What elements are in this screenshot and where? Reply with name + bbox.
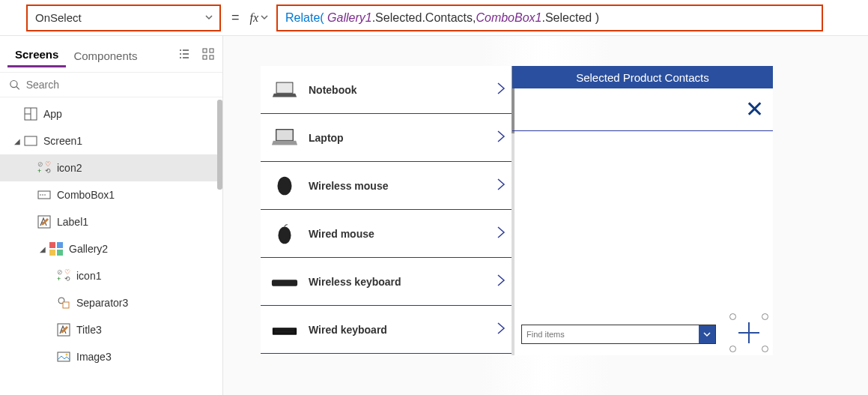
svg-rect-26 bbox=[273, 328, 297, 335]
svg-rect-2 bbox=[203, 55, 207, 59]
product-thumb-wired-mouse bbox=[268, 217, 301, 250]
tree-item-label1[interactable]: Label1 bbox=[0, 208, 222, 235]
product-name: Wired mouse bbox=[309, 228, 374, 240]
property-name: OnSelect bbox=[35, 11, 82, 24]
search-icon bbox=[9, 79, 20, 91]
product-name: Wired keyboard bbox=[309, 324, 387, 336]
contacts-header: Selected Product Contacts bbox=[512, 66, 773, 88]
separator-icon bbox=[57, 296, 70, 310]
product-name: Wireless mouse bbox=[309, 180, 388, 192]
gallery-icon bbox=[49, 242, 63, 256]
gallery-item[interactable]: Wireless keyboard bbox=[261, 258, 512, 306]
combobox-dropdown-button[interactable] bbox=[699, 325, 715, 343]
product-thumb-wireless-mouse bbox=[268, 169, 301, 202]
svg-rect-0 bbox=[203, 49, 207, 52]
resize-handle[interactable] bbox=[762, 313, 768, 320]
tree-view-panel: Screens Components App ◢ bbox=[0, 36, 223, 395]
gallery-item[interactable]: Wireless mouse bbox=[261, 162, 512, 210]
chevron-right-icon[interactable] bbox=[496, 177, 506, 195]
chevron-down-icon bbox=[260, 11, 269, 25]
tab-screens[interactable]: Screens bbox=[7, 43, 66, 67]
tree-item-app[interactable]: App bbox=[0, 100, 222, 127]
resize-handle[interactable] bbox=[762, 346, 768, 352]
add-icon-selected[interactable] bbox=[732, 316, 765, 349]
product-thumb-wireless-keyboard bbox=[268, 265, 301, 298]
separator bbox=[512, 130, 773, 131]
grid-view-icon[interactable] bbox=[201, 47, 215, 64]
svg-point-13 bbox=[44, 194, 46, 196]
tree-item-separator3[interactable]: Separator3 bbox=[0, 289, 222, 316]
formula-bar: OnSelect = fx Relate( Gallery1 .Selected… bbox=[0, 0, 868, 36]
tree-item-combobox1[interactable]: ComboBox1 bbox=[0, 181, 222, 208]
formula-token: ComboBox1 bbox=[476, 11, 541, 25]
search-input[interactable] bbox=[26, 79, 213, 91]
product-thumb-wired-keyboard bbox=[268, 313, 301, 346]
screen-icon bbox=[24, 134, 37, 148]
collapse-icon[interactable]: ◢ bbox=[37, 245, 48, 253]
gallery-item[interactable]: Notebook bbox=[261, 66, 512, 114]
chevron-down-icon bbox=[204, 11, 213, 24]
canvas-area[interactable]: Notebook Laptop Wireless mouse Wired mou… bbox=[223, 36, 868, 395]
tree-item-image3[interactable]: Image3 bbox=[0, 343, 222, 370]
tree-item-icon1[interactable]: ⊘♡+⟲ icon1 bbox=[0, 262, 222, 289]
list-view-icon[interactable] bbox=[177, 47, 191, 64]
collapse-icon[interactable]: ◢ bbox=[12, 137, 22, 145]
product-name: Laptop bbox=[309, 132, 344, 144]
formula-input[interactable]: Relate( Gallery1 .Selected.Contacts, Com… bbox=[276, 4, 823, 31]
formula-token: Gallery1 bbox=[327, 11, 372, 25]
chevron-right-icon[interactable] bbox=[496, 81, 506, 99]
grouped-icon: ⊘♡+⟲ bbox=[37, 161, 51, 175]
chevron-right-icon[interactable] bbox=[496, 273, 506, 291]
svg-rect-23 bbox=[277, 130, 293, 139]
tree-item-icon2[interactable]: ⊘♡+⟲ icon2 bbox=[0, 154, 222, 181]
tree-item-screen1[interactable]: ◢ Screen1 bbox=[0, 127, 222, 154]
svg-point-19 bbox=[66, 354, 68, 356]
property-selector[interactable]: OnSelect bbox=[26, 4, 221, 31]
control-tree: App ◢ Screen1 ⊘♡+⟲ icon2 ComboBox1 Label… bbox=[0, 97, 222, 395]
formula-token: .Selected ) bbox=[541, 11, 598, 25]
product-name: Wireless keyboard bbox=[309, 276, 401, 288]
svg-point-25 bbox=[278, 226, 291, 244]
app-preview: Notebook Laptop Wireless mouse Wired mou… bbox=[261, 66, 773, 355]
label-icon bbox=[57, 323, 70, 337]
label-icon bbox=[37, 215, 51, 229]
product-gallery[interactable]: Notebook Laptop Wireless mouse Wired mou… bbox=[261, 66, 512, 355]
resize-handle[interactable] bbox=[729, 346, 736, 352]
chevron-right-icon[interactable] bbox=[496, 321, 506, 339]
tree-item-title3[interactable]: Title3 bbox=[0, 316, 222, 343]
gallery-item[interactable]: Wired keyboard bbox=[261, 306, 512, 354]
grouped-icon: ⊘♡+⟲ bbox=[57, 269, 70, 283]
app-icon bbox=[24, 107, 37, 121]
panel-tabs: Screens Components bbox=[0, 36, 222, 67]
tab-components[interactable]: Components bbox=[66, 45, 145, 67]
product-name: Notebook bbox=[309, 84, 357, 96]
resize-handle[interactable] bbox=[729, 313, 736, 320]
scrollbar-thumb[interactable] bbox=[217, 100, 222, 190]
contacts-body: ✕ bbox=[512, 88, 773, 355]
formula-token: Relate( bbox=[285, 11, 327, 25]
svg-rect-18 bbox=[58, 352, 70, 361]
svg-rect-1 bbox=[210, 49, 213, 52]
svg-rect-21 bbox=[277, 82, 293, 92]
svg-point-24 bbox=[278, 176, 292, 195]
svg-rect-16 bbox=[63, 302, 69, 308]
svg-line-5 bbox=[16, 87, 19, 90]
tree-search[interactable] bbox=[0, 72, 222, 97]
product-thumb-notebook bbox=[268, 73, 301, 106]
gallery-item[interactable]: Laptop bbox=[261, 114, 512, 162]
combobox-find-items[interactable] bbox=[521, 325, 716, 344]
chevron-right-icon[interactable] bbox=[496, 225, 506, 243]
svg-point-12 bbox=[42, 194, 43, 196]
close-icon[interactable]: ✕ bbox=[745, 96, 764, 122]
combobox-input[interactable] bbox=[522, 330, 699, 339]
svg-point-11 bbox=[40, 194, 41, 196]
svg-rect-3 bbox=[210, 55, 213, 59]
combobox-icon bbox=[37, 188, 51, 202]
equals-sign: = bbox=[231, 10, 240, 25]
fx-button[interactable]: fx bbox=[250, 11, 277, 25]
gallery-item[interactable]: Wired mouse bbox=[261, 210, 512, 258]
svg-point-4 bbox=[10, 80, 17, 87]
chevron-right-icon[interactable] bbox=[496, 129, 506, 147]
tree-item-gallery2[interactable]: ◢ Gallery2 bbox=[0, 235, 222, 262]
svg-rect-9 bbox=[25, 136, 37, 145]
